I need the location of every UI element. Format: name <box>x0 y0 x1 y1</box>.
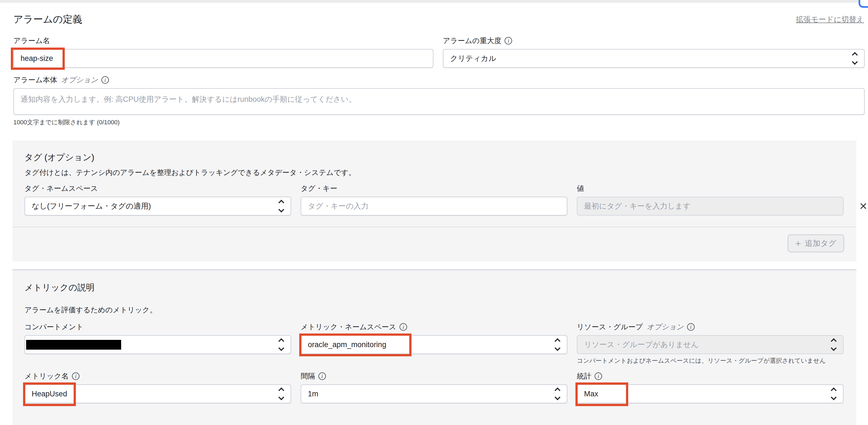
compartment-label: コンパートメント <box>25 322 291 332</box>
info-icon[interactable]: i <box>595 372 602 380</box>
metric-namespace-label: メトリック・ネームスペース i <box>301 322 567 332</box>
tag-namespace-label: タグ・ネームスペース <box>25 183 291 193</box>
info-icon[interactable]: i <box>504 37 512 45</box>
alarm-name-label: アラーム名 <box>13 36 433 46</box>
alarm-body-textarea[interactable] <box>13 88 865 115</box>
page-title: アラームの定義 <box>13 13 82 26</box>
chevron-up-down-icon <box>853 53 858 64</box>
statistic-label: 統計 i <box>577 371 843 381</box>
chevron-up-down-icon <box>832 339 836 350</box>
metric-name-label: メトリック名 i <box>25 371 291 381</box>
char-limit-note: 1000文字までに制限されます (0/1000) <box>13 118 865 126</box>
chevron-up-down-icon <box>279 339 284 350</box>
tags-heading: タグ (オプション) <box>25 151 844 163</box>
chevron-up-down-icon <box>279 201 284 212</box>
info-icon[interactable]: i <box>687 323 694 331</box>
corner-blue-artifact <box>859 0 868 8</box>
plus-icon: + <box>796 239 801 248</box>
tag-value-label: 値 <box>577 183 843 193</box>
interval-select[interactable]: 1m <box>301 385 567 403</box>
metric-row-2: メトリック名 i HeapUsed 間隔 i 1m 統 <box>25 371 844 403</box>
metric-panel: メトリックの説明 アラームを評価するためのメトリック。 コンパートメント メトリ… <box>12 269 856 425</box>
resource-group-helper: コンパートメントおよびネームスペースには、リソース・グループが選択されていません <box>577 358 843 364</box>
info-icon[interactable]: i <box>72 372 80 380</box>
remove-tag-icon[interactable]: ✕ <box>859 201 867 211</box>
optional-tag: オプション <box>647 322 684 332</box>
metric-namespace-select[interactable]: oracle_apm_monitoring <box>301 335 567 354</box>
metric-description: アラームを評価するためのメトリック。 <box>25 305 844 315</box>
switch-to-advanced-mode-link[interactable]: 拡張モードに切替え <box>796 15 864 25</box>
redaction-box <box>26 340 121 350</box>
optional-tag: オプション <box>61 75 98 85</box>
tag-value-input <box>577 197 843 216</box>
alarm-top-row: アラーム名 アラームの重大度 i クリティカル <box>13 36 865 68</box>
page-header: アラームの定義 拡張モードに切替え <box>13 13 864 26</box>
metric-heading: メトリックの説明 <box>25 282 844 293</box>
tags-description: タグ付けとは、テナンシ内のアラームを整理およびトラッキングできるメタデータ・シス… <box>25 168 844 177</box>
metric-row-1: コンパートメント メトリック・ネームスペース i oracle_apm_moni… <box>25 322 844 364</box>
add-tag-button: + 追加タグ <box>788 234 844 252</box>
chevron-up-down-icon <box>279 388 284 399</box>
alarm-body-label: アラーム本体 オプション i <box>13 75 865 85</box>
tags-divider <box>12 227 856 227</box>
metric-name-select[interactable]: HeapUsed <box>25 385 291 403</box>
tag-namespace-select[interactable]: なし(フリーフォーム・タグの適用) <box>25 197 291 216</box>
resource-group-select: リソース・グループがありません <box>577 335 843 354</box>
chevron-up-down-icon <box>832 388 836 399</box>
info-icon[interactable]: i <box>400 323 407 331</box>
tag-key-label: タグ・キー <box>301 183 567 193</box>
info-icon[interactable]: i <box>318 372 326 380</box>
alarm-body-block: アラーム本体 オプション i 1000文字までに制限されます (0/1000) <box>13 75 865 126</box>
alarm-severity-select[interactable]: クリティカル <box>443 49 865 68</box>
resource-group-label: リソース・グループ オプション i <box>577 322 843 332</box>
alarm-name-input[interactable] <box>13 49 433 68</box>
tag-key-input[interactable] <box>301 197 567 216</box>
alarm-severity-label: アラームの重大度 i <box>443 36 865 46</box>
tags-field-row: タグ・ネームスペース なし(フリーフォーム・タグの適用) タグ・キー 値 ✕ <box>25 183 844 216</box>
top-strip <box>0 0 868 3</box>
statistic-select[interactable]: Max <box>577 385 843 403</box>
tags-panel: タグ (オプション) タグ付けとは、テナンシ内のアラームを整理およびトラッキング… <box>12 140 856 261</box>
chevron-up-down-icon <box>555 388 560 399</box>
interval-label: 間隔 i <box>301 371 567 381</box>
chevron-up-down-icon <box>555 339 560 350</box>
info-icon[interactable]: i <box>101 76 109 84</box>
